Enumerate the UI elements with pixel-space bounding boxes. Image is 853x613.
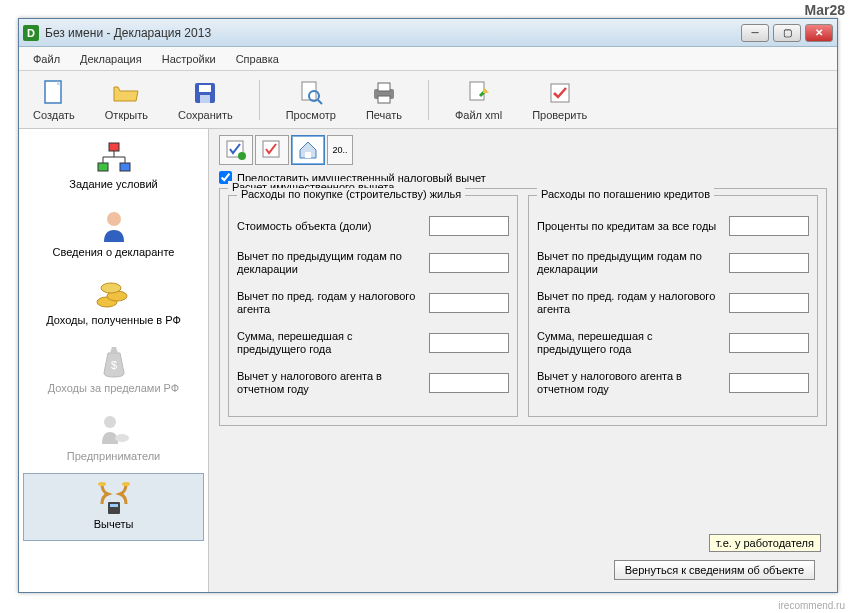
sidebar-label: Предприниматели — [67, 450, 160, 462]
sidebar-label: Вычеты — [94, 518, 134, 530]
credit-interest-input[interactable] — [729, 216, 809, 236]
carryover-input[interactable] — [429, 333, 509, 353]
sidebar-item-entrepreneurs: Предприниматели — [23, 405, 204, 473]
toolbar-preview[interactable]: Просмотр — [282, 77, 340, 123]
svg-rect-28 — [108, 502, 120, 514]
menu-declaration[interactable]: Декларация — [72, 50, 150, 68]
deductions-icon — [94, 480, 134, 516]
check-icon — [546, 79, 574, 107]
close-button[interactable]: ✕ — [805, 24, 833, 42]
coins-icon — [94, 276, 134, 312]
toolbar-open[interactable]: Открыть — [101, 77, 152, 123]
watermark-bottom: irecommend.ru — [778, 600, 845, 611]
sidebar-item-deductions[interactable]: Вычеты — [23, 473, 204, 541]
field-label: Вычет у налогового агента в отчетном год… — [537, 370, 723, 396]
watermark-top: Mar28 — [805, 2, 845, 18]
field-label: Сумма, перешедшая с предыдущего года — [537, 330, 723, 356]
titlebar: D Без имени - Декларация 2013 ─ ▢ ✕ — [19, 19, 837, 47]
body-area: Задание условий Сведения о декларанте До… — [19, 129, 837, 592]
maximize-button[interactable]: ▢ — [773, 24, 801, 42]
app-icon: D — [23, 25, 39, 41]
svg-rect-10 — [470, 82, 484, 100]
toolbar-open-label: Открыть — [105, 109, 148, 121]
field-row: Вычет у налогового агента в отчетном год… — [237, 370, 509, 396]
sidebar-label: Доходы, полученные в РФ — [46, 314, 181, 326]
field-row: Сумма, перешедшая с предыдущего года — [537, 330, 809, 356]
field-label: Вычет по предыдущим годам по декларации — [237, 250, 423, 276]
sidebar-item-income-rf[interactable]: Доходы, полученные в РФ — [23, 269, 204, 337]
field-label: Вычет по предыдущим годам по декларации — [537, 250, 723, 276]
toolbar-check-label: Проверить — [532, 109, 587, 121]
toolbar-xml-label: Файл xml — [455, 109, 502, 121]
tab-standard[interactable] — [219, 135, 253, 165]
menu-help[interactable]: Справка — [228, 50, 287, 68]
svg-rect-8 — [378, 83, 390, 91]
svg-rect-2 — [199, 85, 211, 92]
object-cost-input[interactable] — [429, 216, 509, 236]
field-row: Проценты по кредитам за все годы — [537, 216, 809, 236]
sidebar: Задание условий Сведения о декларанте До… — [19, 129, 209, 592]
content-area: 20.. Предоставить имущественный налоговы… — [209, 129, 837, 592]
svg-point-22 — [101, 283, 121, 293]
toolbar-save[interactable]: Сохранить — [174, 77, 237, 123]
toolbar-xml[interactable]: Файл xml — [451, 77, 506, 123]
tab-losses[interactable]: 20.. — [327, 135, 353, 165]
menu-file[interactable]: Файл — [25, 50, 68, 68]
sidebar-item-declarant[interactable]: Сведения о декларанте — [23, 201, 204, 269]
credit-prev-decl-input[interactable] — [729, 253, 809, 273]
purchase-column: Расходы по покупке (строительству) жилья… — [228, 195, 518, 417]
col1-title: Расходы по покупке (строительству) жилья — [237, 188, 465, 200]
field-row: Вычет у налогового агента в отчетном год… — [537, 370, 809, 396]
toolbar-create-label: Создать — [33, 109, 75, 121]
svg-point-26 — [98, 482, 106, 486]
field-label: Вычет у налогового агента в отчетном год… — [237, 370, 423, 396]
minimize-button[interactable]: ─ — [741, 24, 769, 42]
save-icon — [191, 79, 219, 107]
field-row: Вычет по пред. годам у налогового агента — [237, 290, 509, 316]
svg-rect-9 — [378, 96, 390, 103]
sidebar-label: Доходы за пределами РФ — [48, 382, 179, 394]
return-button[interactable]: Вернуться к сведениям об объекте — [614, 560, 815, 580]
tab-strip: 20.. — [219, 135, 827, 165]
tab-social[interactable] — [255, 135, 289, 165]
field-label: Стоимость объекта (доли) — [237, 220, 423, 233]
field-row: Сумма, перешедшая с предыдущего года — [237, 330, 509, 356]
agent-current-input[interactable] — [429, 373, 509, 393]
svg-point-24 — [104, 416, 116, 428]
credit-carryover-input[interactable] — [729, 333, 809, 353]
toolbar-check[interactable]: Проверить — [528, 77, 591, 123]
menubar: Файл Декларация Настройки Справка — [19, 47, 837, 71]
svg-rect-3 — [200, 95, 210, 103]
sidebar-item-conditions[interactable]: Задание условий — [23, 133, 204, 201]
toolbar-preview-label: Просмотр — [286, 109, 336, 121]
credit-prev-agent-input[interactable] — [729, 293, 809, 313]
prev-years-agent-input[interactable] — [429, 293, 509, 313]
folder-open-icon — [112, 79, 140, 107]
field-label: Вычет по пред. годам у налогового агента — [237, 290, 423, 316]
businessman-icon — [94, 412, 134, 448]
xml-file-icon — [465, 79, 493, 107]
sidebar-label: Сведения о декларанте — [53, 246, 175, 258]
menu-settings[interactable]: Настройки — [154, 50, 224, 68]
toolbar-create[interactable]: Создать — [29, 77, 79, 123]
tab-property[interactable] — [291, 135, 325, 165]
field-row: Вычет по предыдущим годам по декларации — [237, 250, 509, 276]
columns: Расходы по покупке (строительству) жилья… — [228, 195, 818, 417]
svg-point-19 — [107, 212, 121, 226]
svg-point-25 — [115, 434, 129, 442]
svg-rect-14 — [120, 163, 130, 171]
conditions-icon — [94, 140, 134, 176]
credit-agent-current-input[interactable] — [729, 373, 809, 393]
toolbar-save-label: Сохранить — [178, 109, 233, 121]
col2-title: Расходы по погашению кредитов — [537, 188, 714, 200]
svg-rect-12 — [109, 143, 119, 151]
person-icon — [94, 208, 134, 244]
toolbar-separator — [259, 80, 260, 120]
svg-rect-33 — [305, 152, 311, 158]
new-file-icon — [40, 79, 68, 107]
credit-column: Расходы по погашению кредитов Проценты п… — [528, 195, 818, 417]
prev-years-decl-input[interactable] — [429, 253, 509, 273]
toolbar-print[interactable]: Печать — [362, 77, 406, 123]
window-title: Без имени - Декларация 2013 — [45, 26, 741, 40]
svg-rect-13 — [98, 163, 108, 171]
